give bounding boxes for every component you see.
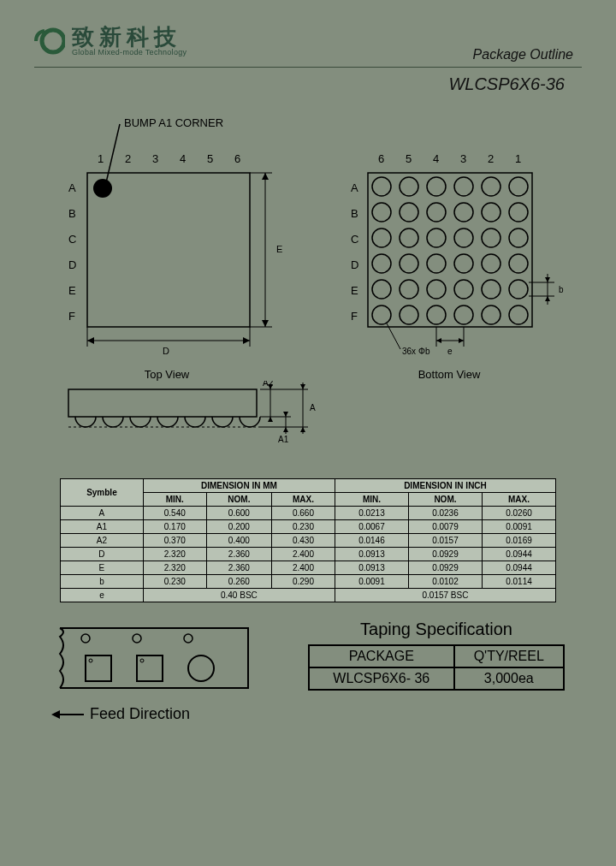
svg-text:e: e [447,347,453,356]
svg-point-15 [93,179,112,198]
top-view-label: Top View [43,368,291,381]
svg-text:2: 2 [488,152,494,165]
svg-text:6: 6 [378,152,384,165]
svg-marker-102 [283,427,288,432]
svg-rect-40 [368,173,532,327]
svg-text:4: 4 [180,152,186,165]
bottom-view-label: Bottom View [325,368,573,381]
svg-marker-97 [300,427,305,432]
svg-point-115 [188,655,214,681]
svg-marker-83 [459,338,464,343]
bump-callout: BUMP A1 CORNER [124,116,223,129]
svg-marker-25 [262,173,269,180]
company-logo: 致新科技 Global Mixed-mode Technology [34,26,187,56]
svg-text:6: 6 [234,152,240,165]
svg-point-52 [509,203,528,222]
svg-text:F: F [68,310,75,323]
svg-point-65 [372,280,391,299]
svg-point-46 [509,177,528,196]
svg-text:C: C [351,233,358,246]
svg-point-47 [372,203,391,222]
svg-text:F: F [351,310,358,323]
bottom-view-diagram: 6 5 4 3 2 1 A B C D E F [325,111,573,381]
top-view-diagram: BUMP A1 CORNER 1 2 3 4 5 6 A B C D E [43,111,291,381]
svg-point-108 [81,634,90,643]
svg-point-60 [400,254,418,273]
svg-point-64 [509,254,528,273]
svg-text:E: E [68,284,76,297]
svg-point-73 [427,305,446,324]
svg-point-53 [372,228,391,247]
svg-marker-106 [268,417,273,422]
taping-spec: Taping Specification PACKAGEQ'TY/REEL WL… [308,620,565,691]
svg-text:5: 5 [207,152,213,165]
table-row: A20.3700.4000.4300.01460.01570.0169 [61,534,556,548]
svg-point-48 [400,203,418,222]
taping-title: Taping Specification [308,620,565,639]
table-row: e0.40 BSC0.0157 BSC [61,589,556,602]
svg-point-58 [509,228,528,247]
svg-text:36x Φb: 36x Φb [402,347,430,356]
svg-point-43 [427,177,446,196]
svg-text:A: A [68,181,76,194]
svg-text:B: B [68,207,76,220]
side-view-diagram: A A1 A2 [0,381,616,461]
part-number: WLCSP6X6-36 [0,74,616,94]
svg-point-70 [509,280,528,299]
svg-text:A2: A2 [263,381,274,388]
svg-marker-101 [283,412,288,417]
table-row: D2.3202.3602.4000.09130.09290.0944 [61,548,556,561]
table-row: E2.3202.3602.4000.09130.09290.0944 [61,561,556,575]
svg-point-41 [372,177,391,196]
svg-point-62 [454,254,473,273]
dimensions-table: Symble DIMENSION IN MM DIMENSION IN INCH… [0,461,616,602]
svg-text:A: A [351,181,358,194]
svg-point-114 [140,659,144,662]
svg-point-59 [372,254,391,273]
tape-diagram: Feed Direction [51,620,265,723]
svg-text:E: E [351,284,358,297]
svg-point-44 [454,177,473,196]
company-name-en: Global Mixed-mode Technology [72,48,187,56]
svg-point-42 [400,177,418,196]
svg-point-110 [184,634,192,643]
svg-point-109 [133,634,141,643]
svg-text:3: 3 [460,152,466,165]
svg-marker-19 [87,337,94,344]
svg-text:A: A [310,403,316,412]
svg-point-0 [42,30,64,52]
svg-point-71 [372,305,391,324]
svg-point-112 [89,659,92,662]
svg-point-51 [482,203,500,222]
table-row: b0.2300.2600.2900.00910.01020.0114 [61,575,556,589]
svg-text:C: C [68,233,76,246]
svg-point-50 [454,203,473,222]
svg-point-49 [427,203,446,222]
company-name-cn: 致新科技 [72,26,187,48]
svg-marker-88 [545,277,550,282]
svg-marker-20 [243,337,250,344]
svg-text:D: D [68,258,76,271]
svg-text:3: 3 [152,152,158,165]
svg-rect-91 [68,389,257,417]
feed-direction: Feed Direction [51,705,265,723]
table-row: A0.5400.6000.6600.02130.02360.0260 [61,507,556,520]
page-title: Package Outline [473,47,573,62]
header-divider [34,67,582,68]
svg-marker-82 [436,338,441,343]
svg-point-72 [400,305,418,324]
svg-point-74 [454,305,473,324]
svg-text:2: 2 [125,152,131,165]
svg-point-57 [482,228,500,247]
svg-point-63 [482,254,500,273]
svg-text:4: 4 [433,152,439,165]
svg-point-66 [400,280,418,299]
svg-text:B: B [351,207,358,220]
svg-text:D: D [351,258,358,271]
svg-point-55 [427,228,446,247]
svg-text:b: b [559,285,564,294]
svg-text:1: 1 [515,152,521,165]
svg-point-54 [400,228,418,247]
svg-point-76 [509,305,528,324]
svg-text:5: 5 [406,152,412,165]
